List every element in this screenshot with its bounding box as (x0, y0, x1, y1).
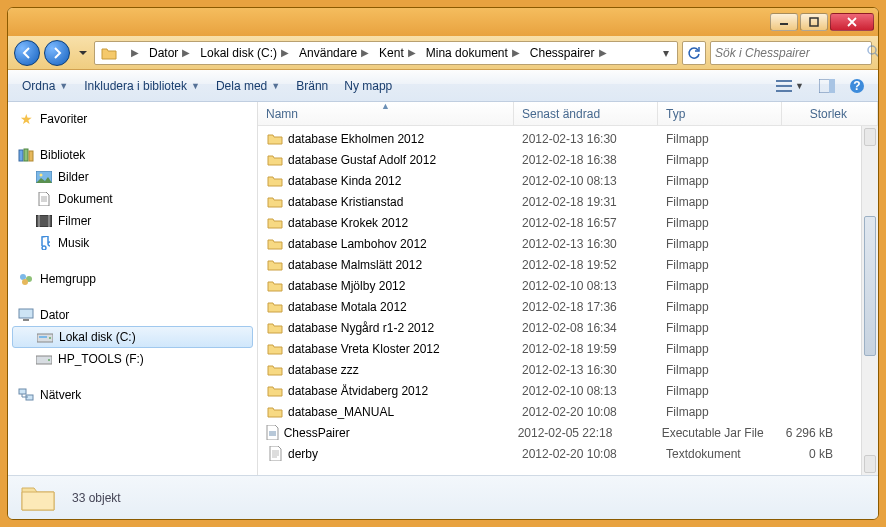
search-icon[interactable] (866, 44, 879, 61)
sidebar-music[interactable]: Musik (8, 232, 257, 254)
file-name: database Åtvidaberg 2012 (288, 384, 522, 398)
file-row[interactable]: database Lambohov 20122012-02-13 16:30Fi… (258, 233, 861, 254)
svg-point-25 (49, 337, 51, 339)
breadcrumb-item[interactable]: Lokal disk (C:)▶ (194, 42, 293, 64)
svg-point-20 (22, 279, 28, 285)
svg-rect-12 (29, 151, 33, 161)
breadcrumb-item[interactable]: ▶ (121, 42, 143, 64)
folder-icon (266, 257, 284, 273)
column-modified[interactable]: Senast ändrad (514, 102, 658, 125)
file-row[interactable]: derby2012-02-20 10:08Textdokument0 kB (258, 443, 861, 464)
libraries-icon (18, 147, 34, 163)
svg-rect-28 (19, 389, 26, 394)
breadcrumb-item[interactable]: Användare▶ (293, 42, 373, 64)
help-button[interactable]: ? (844, 74, 870, 98)
column-headers: Namn▲ Senast ändrad Typ Storlek (258, 102, 878, 126)
sidebar-documents[interactable]: Dokument (8, 188, 257, 210)
file-row[interactable]: database Kinda 20122012-02-10 08:13Filma… (258, 170, 861, 191)
breadcrumb-item[interactable]: Mina dokument▶ (420, 42, 524, 64)
file-row[interactable]: database Vreta Kloster 20122012-02-18 19… (258, 338, 861, 359)
file-type: Filmapp (666, 195, 790, 209)
folder-icon (266, 215, 284, 231)
svg-rect-3 (776, 80, 792, 82)
folder-icon (266, 383, 284, 399)
file-modified: 2012-02-13 16:30 (522, 237, 666, 251)
title-bar (8, 8, 878, 36)
address-dropdown[interactable]: ▾ (657, 46, 675, 60)
file-modified: 2012-02-10 08:13 (522, 384, 666, 398)
network-group[interactable]: Nätverk (8, 384, 257, 406)
back-button[interactable] (14, 40, 40, 66)
search-box[interactable] (710, 41, 872, 65)
file-row[interactable]: database Ekholmen 20122012-02-13 16:30Fi… (258, 128, 861, 149)
svg-rect-5 (776, 90, 792, 92)
file-row[interactable]: database Malmslätt 20122012-02-18 19:52F… (258, 254, 861, 275)
file-name: database Vreta Kloster 2012 (288, 342, 522, 356)
file-modified: 2012-02-20 10:08 (522, 405, 666, 419)
folder-icon (266, 299, 284, 315)
sidebar-local-disk[interactable]: Lokal disk (C:) (12, 326, 253, 348)
computer-group[interactable]: Dator (8, 304, 257, 326)
file-modified: 2012-02-10 08:13 (522, 174, 666, 188)
file-icon (266, 446, 284, 462)
file-modified: 2012-02-18 19:59 (522, 342, 666, 356)
file-row[interactable]: database Kristianstad2012-02-18 19:31Fil… (258, 191, 861, 212)
burn-button[interactable]: Bränn (290, 75, 334, 97)
svg-rect-22 (23, 319, 29, 321)
file-row[interactable]: database_MANUAL2012-02-20 10:08Filmapp (258, 401, 861, 422)
maximize-button[interactable] (800, 13, 828, 31)
scrollbar-thumb[interactable] (864, 216, 876, 356)
file-modified: 2012-02-18 16:38 (522, 153, 666, 167)
file-row[interactable]: ChessPairer2012-02-05 22:18Executable Ja… (258, 422, 861, 443)
file-row[interactable]: database Nygård r1-2 20122012-02-08 16:3… (258, 317, 861, 338)
file-row[interactable]: database Åtvidaberg 20122012-02-10 08:13… (258, 380, 861, 401)
favorites-group[interactable]: ★Favoriter (8, 108, 257, 130)
folder-icon (266, 320, 284, 336)
history-dropdown[interactable] (76, 43, 90, 63)
file-name: database_MANUAL (288, 405, 522, 419)
file-row[interactable]: database Krokek 20122012-02-18 16:57Film… (258, 212, 861, 233)
homegroup[interactable]: Hemgrupp (8, 268, 257, 290)
close-button[interactable] (830, 13, 874, 31)
file-row[interactable]: database Motala 20122012-02-18 17:36Film… (258, 296, 861, 317)
column-type[interactable]: Typ (658, 102, 782, 125)
share-with-menu[interactable]: Dela med▼ (210, 75, 286, 97)
sidebar-videos[interactable]: Filmer (8, 210, 257, 232)
refresh-button[interactable] (682, 41, 706, 65)
file-type: Filmapp (666, 153, 790, 167)
forward-button[interactable] (44, 40, 70, 66)
preview-pane-button[interactable] (814, 74, 840, 98)
address-bar[interactable]: ▶ Dator▶ Lokal disk (C:)▶ Användare▶ Ken… (94, 41, 678, 65)
scrollbar[interactable] (861, 126, 878, 475)
file-row[interactable]: database Mjölby 20122012-02-10 08:13Film… (258, 275, 861, 296)
minimize-button[interactable] (770, 13, 798, 31)
file-type: Filmapp (666, 174, 790, 188)
search-input[interactable] (715, 46, 866, 60)
breadcrumb-item[interactable]: Dator▶ (143, 42, 194, 64)
breadcrumb-item[interactable]: Chesspairer▶ (524, 42, 611, 64)
change-view-button[interactable]: ▼ (770, 74, 810, 98)
file-name: derby (288, 447, 522, 461)
folder-icon (100, 44, 118, 62)
new-folder-button[interactable]: Ny mapp (338, 75, 398, 97)
breadcrumb-item[interactable]: Kent▶ (373, 42, 420, 64)
folder-icon (266, 362, 284, 378)
videos-icon (36, 213, 52, 229)
file-row[interactable]: database zzz2012-02-13 16:30Filmapp (258, 359, 861, 380)
column-name[interactable]: Namn▲ (258, 102, 514, 125)
file-modified: 2012-02-13 16:30 (522, 132, 666, 146)
file-list[interactable]: database Ekholmen 20122012-02-13 16:30Fi… (258, 126, 861, 475)
details-pane: 33 objekt (8, 475, 878, 519)
disk-icon (37, 329, 53, 345)
file-row[interactable]: database Gustaf Adolf 20122012-02-18 16:… (258, 149, 861, 170)
folder-icon (266, 341, 284, 357)
libraries-group[interactable]: Bibliotek (8, 144, 257, 166)
sidebar-hp-tools[interactable]: HP_TOOLS (F:) (8, 348, 257, 370)
organize-menu[interactable]: Ordna▼ (16, 75, 74, 97)
column-size[interactable]: Storlek (782, 102, 878, 125)
file-icon (266, 425, 280, 441)
sidebar-pictures[interactable]: Bilder (8, 166, 257, 188)
file-name: database Gustaf Adolf 2012 (288, 153, 522, 167)
file-type: Filmapp (666, 237, 790, 251)
include-in-library-menu[interactable]: Inkludera i bibliotek▼ (78, 75, 206, 97)
